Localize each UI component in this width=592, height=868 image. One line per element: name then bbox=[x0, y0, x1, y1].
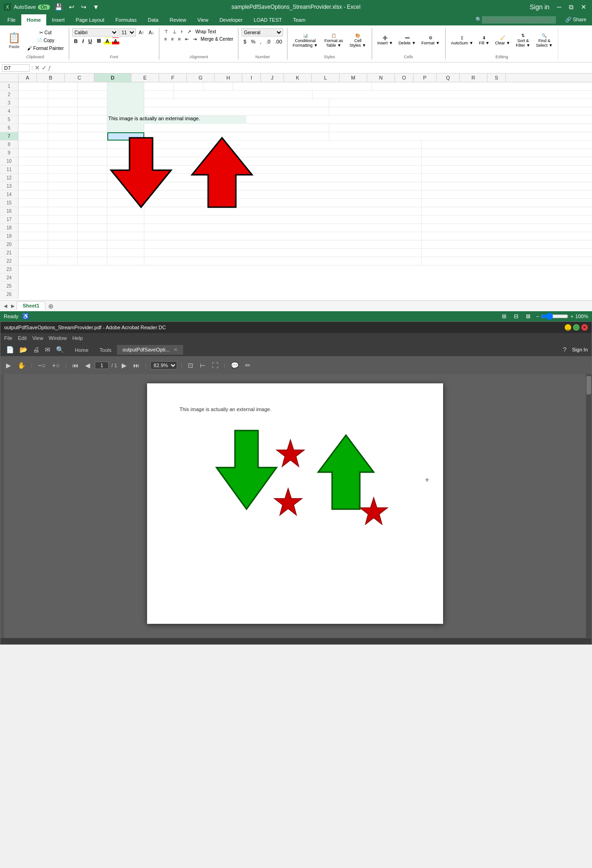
autosum-button[interactable]: Σ AutoSum ▼ bbox=[449, 34, 475, 47]
pdf-markup-button[interactable]: ✏ bbox=[243, 361, 253, 370]
pdf-full-screen[interactable]: ⛶ bbox=[210, 361, 220, 370]
formula-cancel[interactable]: ✕ bbox=[35, 64, 40, 71]
cell-D2[interactable] bbox=[107, 91, 144, 99]
cell-A1[interactable] bbox=[18, 82, 48, 91]
row-num-15[interactable]: 15 bbox=[0, 199, 18, 207]
minimize-button[interactable]: ─ bbox=[555, 2, 563, 12]
tab-view[interactable]: View bbox=[192, 14, 214, 25]
tab-insert[interactable]: Insert bbox=[46, 14, 70, 25]
col-header-K[interactable]: K bbox=[284, 74, 312, 82]
decrease-indent-button[interactable]: ⇤ bbox=[183, 36, 191, 43]
cell-A7[interactable] bbox=[18, 132, 48, 141]
font-size-select[interactable]: 11 bbox=[119, 28, 136, 37]
next-sheet-button[interactable]: ▶ bbox=[9, 302, 17, 309]
align-bottom-button[interactable]: ⊦ bbox=[179, 28, 185, 35]
pdf-prev-page[interactable]: ◀ bbox=[83, 361, 92, 370]
row-num-5[interactable]: 5 bbox=[0, 116, 18, 124]
pdf-maximize-button[interactable]: □ bbox=[573, 324, 580, 331]
sign-in-button[interactable]: Sign in bbox=[528, 2, 551, 12]
sheet-tab-sheet1[interactable]: Sheet1 bbox=[17, 302, 45, 310]
pdf-search-button[interactable]: 🔍 bbox=[54, 345, 66, 354]
row-num-9[interactable]: 9 bbox=[0, 149, 18, 157]
clear-button[interactable]: 🧹 Clear ▼ bbox=[493, 34, 512, 47]
tab-page-layout[interactable]: Page Layout bbox=[70, 14, 110, 25]
row-num-8[interactable]: 8 bbox=[0, 141, 18, 149]
cell-E2[interactable] bbox=[144, 91, 174, 99]
pdf-menu-file[interactable]: File bbox=[4, 335, 12, 341]
col-header-E[interactable]: E bbox=[131, 74, 159, 82]
col-header-I[interactable]: I bbox=[242, 74, 261, 82]
pdf-fit-width[interactable]: ⊢ bbox=[198, 361, 207, 370]
cell-D3[interactable] bbox=[107, 99, 144, 107]
row-num-26[interactable]: 26 bbox=[0, 290, 18, 299]
pdf-tab-home[interactable]: Home bbox=[69, 345, 94, 355]
cell-G1[interactable] bbox=[204, 82, 233, 91]
row-num-7[interactable]: 7 bbox=[0, 132, 18, 141]
cell-B1[interactable] bbox=[48, 82, 78, 91]
pdf-menu-view[interactable]: View bbox=[32, 335, 43, 341]
pdf-new-button[interactable]: 📄 bbox=[4, 345, 16, 354]
cell-C6[interactable] bbox=[78, 124, 107, 132]
tab-home[interactable]: Home bbox=[21, 14, 47, 25]
format-as-table-button[interactable]: 📋 Format asTable ▼ bbox=[322, 32, 345, 49]
cell-D4[interactable] bbox=[107, 107, 144, 116]
pdf-help-button[interactable]: ? bbox=[561, 345, 568, 354]
pdf-signin-button[interactable]: Sign In bbox=[570, 346, 590, 353]
copy-button[interactable]: 📄 Copy bbox=[25, 37, 66, 44]
align-center-button[interactable]: ≡ bbox=[169, 36, 176, 43]
cell-D7-active[interactable] bbox=[107, 132, 144, 141]
col-header-Q[interactable]: Q bbox=[437, 74, 460, 82]
increase-decimal-button[interactable]: .00 bbox=[273, 38, 284, 45]
row-num-11[interactable]: 11 bbox=[0, 166, 18, 174]
cell-D1[interactable] bbox=[107, 82, 144, 91]
cell-B7[interactable] bbox=[48, 132, 78, 141]
normal-view-button[interactable]: ⊞ bbox=[500, 312, 508, 320]
col-header-D[interactable]: D bbox=[94, 74, 131, 82]
row-num-16[interactable]: 16 bbox=[0, 207, 18, 215]
cut-button[interactable]: ✂ Cut bbox=[25, 29, 66, 36]
formula-insert-function[interactable]: 𝑓 bbox=[49, 64, 50, 72]
col-header-C[interactable]: C bbox=[65, 74, 94, 82]
decrease-font-button[interactable]: A↓ bbox=[147, 29, 156, 36]
align-right-button[interactable]: ≡ bbox=[176, 36, 183, 43]
row-num-23[interactable]: 23 bbox=[0, 265, 18, 274]
pdf-close-button[interactable]: ✕ bbox=[581, 324, 588, 331]
save-button[interactable]: 💾 bbox=[53, 2, 64, 12]
cell-A5[interactable] bbox=[18, 116, 48, 124]
cell-rest-2[interactable] bbox=[174, 91, 313, 99]
pdf-tab-document[interactable]: outputPdfSaveOpti... ✕ bbox=[117, 345, 183, 355]
row-num-17[interactable]: 17 bbox=[0, 215, 18, 224]
align-middle-button[interactable]: ⊥ bbox=[171, 28, 179, 35]
page-break-view-button[interactable]: ⊠ bbox=[524, 312, 532, 320]
font-color-button[interactable]: A bbox=[112, 37, 119, 45]
prev-sheet-button[interactable]: ◀ bbox=[2, 302, 9, 309]
search-input[interactable] bbox=[482, 16, 556, 24]
col-header-S[interactable]: S bbox=[487, 74, 506, 82]
pdf-menu-window[interactable]: Window bbox=[49, 335, 67, 341]
col-header-L[interactable]: L bbox=[312, 74, 339, 82]
pdf-minimize-button[interactable]: _ bbox=[565, 324, 571, 331]
pdf-select-tool[interactable]: ▶ bbox=[4, 361, 13, 370]
pdf-tab-tools[interactable]: Tools bbox=[94, 345, 117, 355]
row-num-25[interactable]: 25 bbox=[0, 282, 18, 290]
comma-button[interactable]: , bbox=[258, 38, 263, 45]
pdf-viewport[interactable]: This image is actually an external image… bbox=[4, 374, 586, 638]
cell-E1[interactable] bbox=[144, 82, 174, 91]
format-button[interactable]: ⚙ Format ▼ bbox=[419, 34, 442, 47]
underline-button[interactable]: U bbox=[86, 37, 94, 45]
tab-load-test[interactable]: LOAD TEST bbox=[248, 14, 288, 25]
cell-A6[interactable] bbox=[18, 124, 48, 132]
decrease-decimal-button[interactable]: .0 bbox=[264, 38, 272, 45]
delete-button[interactable]: ➖ Delete ▼ bbox=[396, 34, 418, 47]
cell-C5[interactable] bbox=[78, 116, 107, 124]
col-header-O[interactable]: O bbox=[395, 74, 413, 82]
text-orientation-button[interactable]: ↗ bbox=[185, 28, 193, 35]
cell-B4[interactable] bbox=[48, 107, 78, 116]
tab-formulas[interactable]: Formulas bbox=[110, 14, 142, 25]
percent-button[interactable]: % bbox=[249, 38, 258, 45]
increase-indent-button[interactable]: ⇥ bbox=[191, 36, 198, 43]
conditional-formatting-button[interactable]: 📊 ConditionalFormatting ▼ bbox=[290, 32, 320, 49]
find-select-button[interactable]: 🔍 Find &Select ▼ bbox=[534, 32, 555, 49]
formula-input[interactable] bbox=[52, 65, 590, 71]
pdf-zoom-out-button[interactable]: −○ bbox=[36, 361, 48, 370]
